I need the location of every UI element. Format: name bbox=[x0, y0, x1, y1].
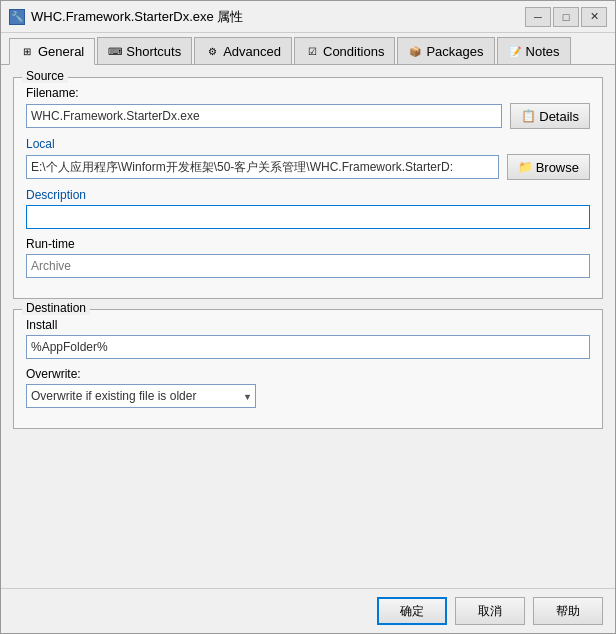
titlebar-buttons: ─ □ ✕ bbox=[525, 7, 607, 27]
details-label: Details bbox=[539, 109, 579, 124]
install-label: Install bbox=[26, 318, 590, 332]
local-row: 📁 Browse bbox=[26, 154, 590, 180]
install-group: Install bbox=[26, 318, 590, 359]
tab-advanced-label: Advanced bbox=[223, 44, 281, 59]
minimize-button[interactable]: ─ bbox=[525, 7, 551, 27]
ok-button[interactable]: 确定 bbox=[377, 597, 447, 625]
description-label: Description bbox=[26, 188, 590, 202]
filename-row: 📋 Details bbox=[26, 103, 590, 129]
description-input[interactable] bbox=[26, 205, 590, 229]
main-window: 🔧 WHC.Framework.StarterDx.exe 属性 ─ □ ✕ ⊞… bbox=[0, 0, 616, 634]
overwrite-label: Overwrite: bbox=[26, 367, 590, 381]
runtime-group: Run-time bbox=[26, 237, 590, 278]
titlebar-left: 🔧 WHC.Framework.StarterDx.exe 属性 bbox=[9, 8, 243, 26]
tab-packages[interactable]: 📦 Packages bbox=[397, 37, 494, 64]
browse-button[interactable]: 📁 Browse bbox=[507, 154, 590, 180]
tab-notes[interactable]: 📝 Notes bbox=[497, 37, 571, 64]
tab-notes-label: Notes bbox=[526, 44, 560, 59]
filename-label: Filename: bbox=[26, 86, 590, 100]
tab-content: Source Filename: 📋 Details Local bbox=[1, 64, 615, 588]
tab-packages-label: Packages bbox=[426, 44, 483, 59]
tab-general[interactable]: ⊞ General bbox=[9, 38, 95, 65]
conditions-tab-icon: ☑ bbox=[305, 44, 319, 58]
browse-icon: 📁 bbox=[518, 160, 532, 174]
details-button[interactable]: 📋 Details bbox=[510, 103, 590, 129]
filename-group: Filename: 📋 Details bbox=[26, 86, 590, 129]
runtime-label: Run-time bbox=[26, 237, 590, 251]
window-title: WHC.Framework.StarterDx.exe 属性 bbox=[31, 8, 243, 26]
tab-shortcuts-label: Shortcuts bbox=[126, 44, 181, 59]
local-input[interactable] bbox=[26, 155, 499, 179]
tab-bar: ⊞ General ⌨ Shortcuts ⚙ Advanced ☑ Condi… bbox=[1, 33, 615, 64]
local-label: Local bbox=[26, 137, 590, 151]
tab-shortcuts[interactable]: ⌨ Shortcuts bbox=[97, 37, 192, 64]
maximize-button[interactable]: □ bbox=[553, 7, 579, 27]
notes-tab-icon: 📝 bbox=[508, 44, 522, 58]
packages-tab-icon: 📦 bbox=[408, 44, 422, 58]
browse-label: Browse bbox=[536, 160, 579, 175]
general-tab-icon: ⊞ bbox=[20, 45, 34, 59]
overwrite-select-wrapper: Overwrite if existing file is older Alwa… bbox=[26, 384, 256, 408]
filename-input[interactable] bbox=[26, 104, 502, 128]
tab-advanced[interactable]: ⚙ Advanced bbox=[194, 37, 292, 64]
overwrite-select[interactable]: Overwrite if existing file is older Alwa… bbox=[26, 384, 256, 408]
install-input[interactable] bbox=[26, 335, 590, 359]
bottom-bar: 确定 取消 帮助 bbox=[1, 588, 615, 633]
advanced-tab-icon: ⚙ bbox=[205, 44, 219, 58]
tab-general-label: General bbox=[38, 44, 84, 59]
close-button[interactable]: ✕ bbox=[581, 7, 607, 27]
source-section-label: Source bbox=[22, 69, 68, 83]
titlebar: 🔧 WHC.Framework.StarterDx.exe 属性 ─ □ ✕ bbox=[1, 1, 615, 33]
source-section: Source Filename: 📋 Details Local bbox=[13, 77, 603, 299]
runtime-input[interactable] bbox=[26, 254, 590, 278]
tab-conditions-label: Conditions bbox=[323, 44, 384, 59]
details-icon: 📋 bbox=[521, 109, 535, 123]
help-button[interactable]: 帮助 bbox=[533, 597, 603, 625]
window-icon: 🔧 bbox=[9, 9, 25, 25]
destination-section: Destination Install Overwrite: Overwrite… bbox=[13, 309, 603, 429]
destination-section-label: Destination bbox=[22, 301, 90, 315]
cancel-button[interactable]: 取消 bbox=[455, 597, 525, 625]
local-group: Local 📁 Browse bbox=[26, 137, 590, 180]
shortcuts-tab-icon: ⌨ bbox=[108, 44, 122, 58]
description-group: Description bbox=[26, 188, 590, 229]
tab-conditions[interactable]: ☑ Conditions bbox=[294, 37, 395, 64]
overwrite-group: Overwrite: Overwrite if existing file is… bbox=[26, 367, 590, 408]
